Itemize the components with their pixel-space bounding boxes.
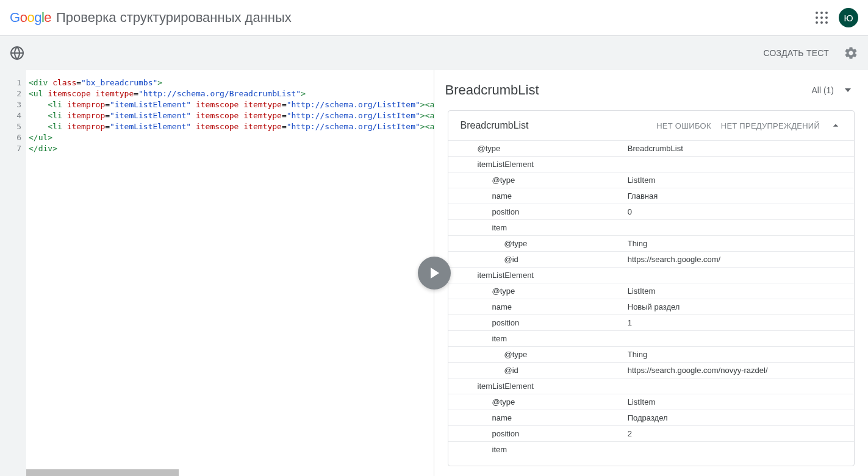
property-row[interactable]: itemListElement xyxy=(448,156,855,172)
code-line[interactable]: </div> xyxy=(26,143,434,154)
code-editor[interactable]: <div class="bx_breadcrumbs"><ul itemscop… xyxy=(26,70,434,476)
line-number: 7 xyxy=(0,143,26,154)
property-row[interactable]: nameНовый раздел xyxy=(448,299,855,314)
property-key: item xyxy=(456,223,628,232)
property-row[interactable]: position0 xyxy=(448,204,855,219)
property-key: @id xyxy=(456,366,628,375)
property-key: @type xyxy=(456,286,628,296)
property-row[interactable]: item xyxy=(448,219,855,235)
svg-point-1 xyxy=(820,12,823,14)
property-key: @id xyxy=(456,255,628,264)
line-number: 1 xyxy=(0,77,26,88)
gear-icon[interactable] xyxy=(844,46,858,60)
property-value: Подраздел xyxy=(628,413,847,422)
results-title: BreadcrumbList xyxy=(445,82,539,98)
globe-icon[interactable] xyxy=(10,46,24,60)
property-row[interactable]: @typeThing xyxy=(448,346,855,362)
horizontal-scrollbar[interactable] xyxy=(26,469,179,476)
property-key: position xyxy=(456,318,628,327)
property-key: @type xyxy=(456,144,628,153)
svg-point-5 xyxy=(825,16,828,19)
property-key: item xyxy=(456,334,628,343)
code-line[interactable]: </ul> xyxy=(26,132,434,143)
svg-point-2 xyxy=(825,12,828,14)
property-row[interactable]: item xyxy=(448,330,855,346)
card-header[interactable]: BreadcrumbList НЕТ ОШИБОК НЕТ ПРЕДУПРЕЖД… xyxy=(448,111,855,140)
property-row[interactable]: @typeListItem xyxy=(448,283,855,299)
property-value: ListItem xyxy=(628,397,847,407)
property-row[interactable]: position1 xyxy=(448,314,855,330)
code-line[interactable]: <li itemprop="itemListElement" itemscope… xyxy=(26,99,434,110)
property-row[interactable]: nameПодраздел xyxy=(448,410,855,425)
property-value: 0 xyxy=(628,207,847,216)
line-gutter: 1234567 xyxy=(0,70,26,476)
code-line[interactable]: <div class="bx_breadcrumbs"> xyxy=(26,77,434,88)
property-key: @type xyxy=(456,239,628,248)
property-row[interactable]: @idhttps://search.google.com/ xyxy=(448,251,855,267)
property-value: https://search.google.com/ xyxy=(628,255,847,264)
property-key: itemListElement xyxy=(456,382,628,391)
property-value: Thing xyxy=(628,350,847,359)
user-avatar[interactable]: Ю xyxy=(839,8,858,27)
property-value: ListItem xyxy=(628,286,847,296)
property-key: item xyxy=(456,445,628,454)
apps-icon[interactable] xyxy=(814,10,829,25)
google-logo[interactable]: Google xyxy=(10,10,51,26)
results-header: BreadcrumbList All (1) xyxy=(434,70,869,110)
property-value: Новый раздел xyxy=(628,302,847,311)
svg-point-4 xyxy=(820,16,823,19)
property-key: position xyxy=(456,429,628,438)
property-key: position xyxy=(456,207,628,216)
svg-point-6 xyxy=(816,21,818,24)
svg-point-0 xyxy=(816,12,818,14)
property-value: BreadcrumbList xyxy=(628,144,847,153)
property-key: name xyxy=(456,302,628,311)
filter-dropdown[interactable]: All (1) xyxy=(811,85,851,95)
create-test-button[interactable]: СОЗДАТЬ ТЕСТ xyxy=(763,48,829,58)
app-title: Проверка структурированных данных xyxy=(56,10,292,26)
property-key: itemListElement xyxy=(456,271,628,280)
svg-point-3 xyxy=(816,16,818,19)
property-value: https://search.google.com/novyy-razdel/ xyxy=(628,366,847,375)
code-line[interactable]: <li itemprop="itemListElement" itemscope… xyxy=(26,110,434,121)
property-key: itemListElement xyxy=(456,160,628,169)
no-warnings-label: НЕТ ПРЕДУПРЕЖДЕНИЙ xyxy=(721,121,820,130)
property-value: 2 xyxy=(628,429,847,438)
code-pane: 1234567 <div class="bx_breadcrumbs"><ul … xyxy=(0,70,434,476)
svg-point-7 xyxy=(820,21,823,24)
line-number: 3 xyxy=(0,99,26,110)
result-card: BreadcrumbList НЕТ ОШИБОК НЕТ ПРЕДУПРЕЖД… xyxy=(448,110,855,466)
property-row[interactable]: @idhttps://search.google.com/novyy-razde… xyxy=(448,362,855,378)
property-value: 1 xyxy=(628,318,847,327)
chevron-up-icon xyxy=(830,119,842,132)
property-row[interactable]: nameГлавная xyxy=(448,188,855,204)
filter-label: All (1) xyxy=(811,85,834,95)
no-errors-label: НЕТ ОШИБОК xyxy=(656,121,711,130)
code-line[interactable]: <ul itemscope itemtype="http://schema.or… xyxy=(26,88,434,99)
play-icon xyxy=(431,268,439,279)
app-header: Google Проверка структурированных данных… xyxy=(0,0,868,36)
toolbar: СОЗДАТЬ ТЕСТ xyxy=(0,36,868,70)
property-key: name xyxy=(456,191,628,201)
property-key: @type xyxy=(456,397,628,407)
property-row[interactable]: @typeThing xyxy=(448,235,855,251)
svg-point-8 xyxy=(825,21,828,24)
property-row[interactable]: @typeListItem xyxy=(448,394,855,410)
property-key: @type xyxy=(456,176,628,185)
run-test-button[interactable] xyxy=(418,257,451,290)
property-row[interactable]: itemListElement xyxy=(448,267,855,283)
property-row[interactable]: item xyxy=(448,441,855,457)
main-split: 1234567 <div class="bx_breadcrumbs"><ul … xyxy=(0,70,868,476)
property-row[interactable]: itemListElement xyxy=(448,378,855,394)
property-row[interactable]: @typeBreadcrumbList xyxy=(448,140,855,156)
property-row[interactable]: @typeListItem xyxy=(448,172,855,188)
property-key: name xyxy=(456,413,628,422)
dropdown-icon xyxy=(845,88,851,92)
property-row[interactable]: position2 xyxy=(448,425,855,441)
card-title: BreadcrumbList xyxy=(461,120,529,131)
line-number: 6 xyxy=(0,132,26,143)
property-value: ListItem xyxy=(628,176,847,185)
properties-table: @typeBreadcrumbListitemListElement@typeL… xyxy=(448,140,855,457)
line-number: 5 xyxy=(0,121,26,132)
code-line[interactable]: <li itemprop="itemListElement" itemscope… xyxy=(26,121,434,132)
